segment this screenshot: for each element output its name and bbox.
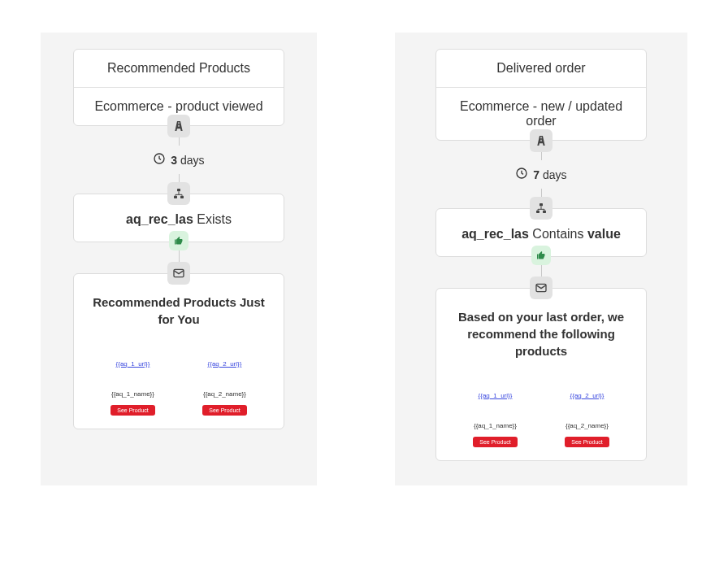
product-button[interactable]: See Product [565, 437, 609, 447]
sitemap-icon [530, 197, 552, 220]
product-slot: {{aq_2_url}} {{aq_2_name}} See Product [188, 360, 262, 416]
road-icon [167, 115, 190, 137]
clock-icon [153, 152, 166, 168]
connector-line [179, 174, 180, 182]
condition-field: aq_rec_las [126, 212, 193, 226]
email-icon [530, 276, 552, 299]
delay-unit: days [180, 154, 205, 167]
product-grid: {{aq_1_url}} {{aq_1_name}} See Product {… [449, 392, 633, 447]
flow-column-left: Recommended Products Ecommerce - product… [41, 33, 317, 485]
delay-node[interactable]: 7 days [515, 167, 566, 182]
email-card[interactable]: Based on your last order, we recommend t… [436, 288, 647, 461]
delay-value: 3 [171, 154, 177, 167]
clock-icon [515, 167, 528, 182]
product-name: {{aq_1_name}} [459, 422, 532, 429]
connector-line [179, 137, 180, 146]
product-link: {{aq_1_url}} [459, 392, 532, 399]
flow-column-right: Delivered order Ecommerce - new / update… [395, 33, 687, 485]
product-slot: {{aq_2_url}} {{aq_2_name}} See Product [551, 392, 624, 447]
thumbs-up-icon [169, 231, 188, 250]
product-button[interactable]: See Product [202, 405, 247, 416]
thumbs-up-icon [531, 246, 551, 265]
road-icon [530, 129, 552, 152]
email-subject: Based on your last order, we recommend t… [449, 308, 633, 359]
connector-line [541, 152, 542, 160]
product-link: {{aq_2_url}} [188, 360, 262, 368]
product-slot: {{aq_1_url}} {{aq_1_name}} See Product [459, 392, 532, 447]
delay-value: 7 [533, 168, 540, 181]
trigger-title: Recommended Products [74, 50, 284, 87]
svg-rect-7 [536, 211, 540, 213]
connector-line [541, 265, 542, 276]
condition-op: Contains [532, 227, 583, 241]
product-name: {{aq_1_name}} [97, 390, 170, 398]
email-subject: Recommended Products Just for You [87, 294, 271, 328]
product-button[interactable]: See Product [473, 437, 518, 447]
product-name: {{aq_2_name}} [551, 422, 624, 429]
trigger-card[interactable]: Delivered order Ecommerce - new / update… [436, 49, 647, 141]
connector-line [541, 189, 542, 197]
svg-rect-6 [540, 203, 543, 206]
condition-op: Exists [197, 212, 232, 226]
delay-unit: days [543, 168, 567, 181]
svg-rect-1 [177, 189, 180, 191]
condition-field: aq_rec_las [462, 227, 529, 241]
product-grid: {{aq_1_url}} {{aq_1_name}} See Product {… [87, 360, 271, 416]
svg-rect-2 [174, 196, 177, 198]
product-slot: {{aq_1_url}} {{aq_1_name}} See Product [97, 360, 170, 416]
condition-value: value [587, 227, 621, 241]
email-icon [167, 262, 190, 285]
email-card[interactable]: Recommended Products Just for You {{aq_1… [73, 273, 284, 429]
product-link: {{aq_2_url}} [551, 392, 624, 399]
connector-line [179, 250, 180, 262]
sitemap-icon [167, 182, 190, 205]
product-button[interactable]: See Product [110, 405, 155, 416]
product-link: {{aq_1_url}} [97, 360, 170, 368]
svg-rect-8 [543, 211, 546, 213]
workflow-canvas: Recommended Products Ecommerce - product… [0, 0, 728, 518]
svg-rect-3 [180, 196, 184, 198]
product-name: {{aq_2_name}} [188, 390, 262, 398]
delay-node[interactable]: 3 days [153, 152, 204, 168]
trigger-title: Delivered order [436, 50, 646, 87]
